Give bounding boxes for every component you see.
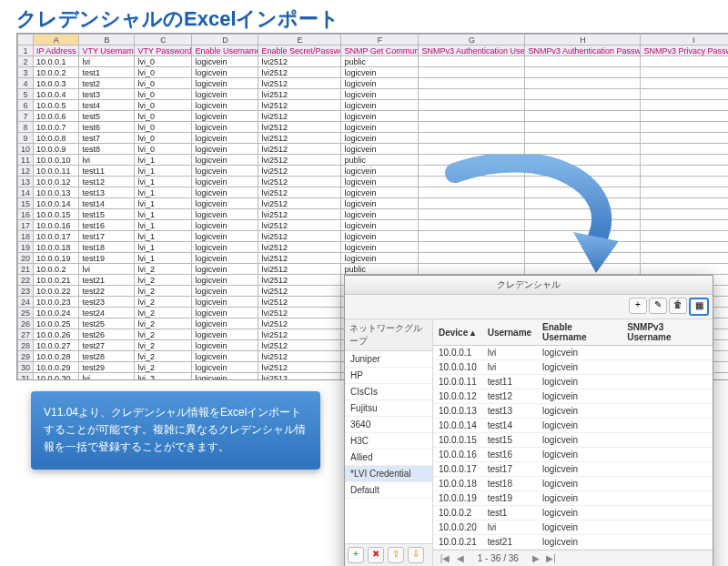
add-button[interactable]: + [629,298,647,314]
page-next-icon[interactable]: ▶ [530,553,542,563]
sidebar-item[interactable]: Juniper [345,351,432,368]
table-row[interactable]: 10.0.0.1lvilogicvein [433,346,713,360]
table-row[interactable]: 10.0.0.20lvilogicvein [433,521,713,535]
sidebar-item[interactable]: Fujitsu [345,400,432,417]
table-row: 410.0.0.3test2lvi_0logicveinlvi2512logic… [18,78,729,89]
sidebar-item[interactable]: 3640 [345,417,432,433]
table-row[interactable]: 10.0.0.13test13logicvein [433,404,713,419]
side-header: ネットワークグループ [345,319,432,351]
delete-button[interactable]: 🗑 [669,298,687,314]
pager: |◀ ◀ 1 - 36 / 36 ▶ ▶| [433,550,713,566]
credential-grid: Device ▴UsernameEnable UsernameSNMPv3 Us… [433,319,713,550]
table-row[interactable]: 10.0.0.12test12logicvein [433,389,713,404]
info-callout: V11.04より、クレデンシャル情報をExcelインポートすることが可能です。複… [31,391,320,470]
table-row[interactable]: 10.0.0.17test17logicvein [433,462,713,477]
sidebar-item[interactable]: Default [345,482,432,499]
table-row[interactable]: 10.0.0.18test18logicvein [433,477,713,491]
table-row: 710.0.0.6test5lvi_0logicveinlvi2512logic… [18,111,729,122]
table-row[interactable]: 10.0.0.10lvilogicvein [433,360,713,375]
page-first-icon[interactable]: |◀ [439,553,451,563]
page-prev-icon[interactable]: ◀ [454,553,467,563]
page-last-icon[interactable]: ▶| [545,553,558,563]
sidebar-item[interactable]: Allied [345,450,432,466]
table-row: 610.0.0.5test4lvi_0logicveinlvi2512logic… [18,100,729,111]
sidebar-item[interactable]: *LVI Credential [345,466,432,482]
sidebar-item[interactable]: H3C [345,433,432,450]
table-row[interactable]: 10.0.0.2test1logicvein [433,506,713,521]
import-button[interactable]: ▦ [689,298,709,316]
table-row[interactable]: 10.0.0.11test11logicvein [433,375,713,389]
table-row[interactable]: 10.0.0.19test19logicvein [433,491,713,506]
table-row[interactable]: 10.0.0.16test16logicvein [433,448,713,462]
page-title: クレデンシャルのExcelインポート [0,0,728,33]
table-row: 810.0.0.7test6lvi_0logicveinlvi2512logic… [18,122,729,133]
credential-dialog: クレデンシャル + ✎ 🗑 ▦ ネットワークグループ JuniperHPCIsC… [344,275,713,566]
group-up-icon[interactable]: ⇧ [388,547,404,563]
group-add-icon[interactable]: + [348,547,364,563]
table-row[interactable]: 10.0.0.14test14logicvein [433,419,713,433]
sidebar-item[interactable]: CIsCIs [345,384,432,400]
pager-text: 1 - 36 / 36 [478,553,519,563]
table-row: 1010.0.0.9test8lvi_0logicveinlvi2512logi… [18,144,729,155]
group-delete-icon[interactable]: ✖ [368,547,384,563]
dialog-title: クレデンシャル [345,276,713,295]
edit-button[interactable]: ✎ [649,298,667,314]
table-row: 310.0.0.2test1lvi_0logicveinlvi2512logic… [18,67,729,78]
dialog-toolbar: + ✎ 🗑 ▦ [345,295,713,319]
table-row: 910.0.0.8test7lvi_0logicveinlvi2512logic… [18,133,729,144]
table-row: 510.0.0.4test3lvi_0logicveinlvi2512logic… [18,89,729,100]
svg-marker-0 [573,232,619,273]
table-row[interactable]: 10.0.0.21test21logicvein [433,535,713,550]
table-row[interactable]: 10.0.0.15test15logicvein [433,433,713,448]
sidebar-item[interactable]: HP [345,368,432,384]
table-row: 210.0.0.1lvilvi_0logicveinlvi2512public [18,56,729,67]
group-down-icon[interactable]: ⇩ [408,547,424,563]
arrow-icon [437,155,637,282]
group-list: JuniperHPCIsCIsFujitsu3640H3CAllied*LVI … [345,351,432,543]
